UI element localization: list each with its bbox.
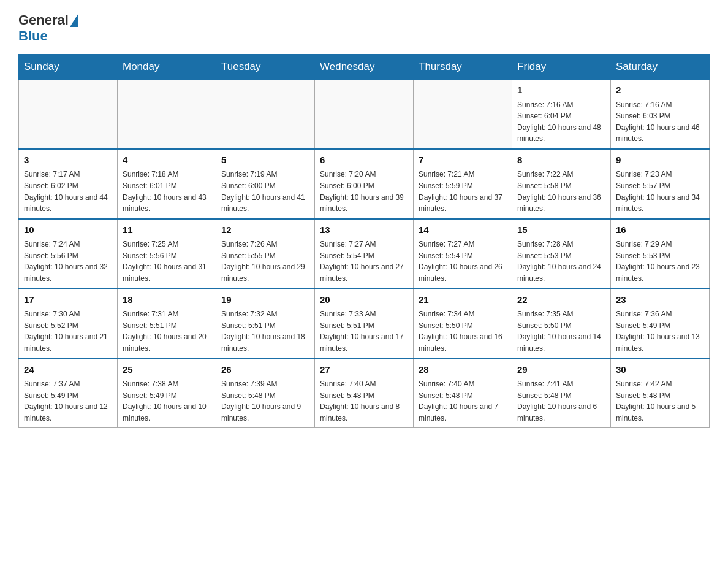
day-header-wednesday: Wednesday: [315, 55, 414, 80]
logo-general-text: General: [18, 12, 69, 28]
day-info: Sunrise: 7:33 AMSunset: 5:51 PMDaylight:…: [320, 308, 408, 354]
calendar-day-21: 21Sunrise: 7:34 AMSunset: 5:50 PMDayligh…: [414, 289, 512, 359]
calendar-day-5: 5Sunrise: 7:19 AMSunset: 6:00 PMDaylight…: [216, 149, 315, 219]
calendar-day-17: 17Sunrise: 7:30 AMSunset: 5:52 PMDayligh…: [19, 289, 118, 359]
logo: General Blue: [18, 12, 80, 44]
calendar-day-26: 26Sunrise: 7:39 AMSunset: 5:48 PMDayligh…: [216, 359, 315, 428]
day-info: Sunrise: 7:22 AMSunset: 5:58 PMDaylight:…: [517, 169, 605, 214]
calendar-day-30: 30Sunrise: 7:42 AMSunset: 5:48 PMDayligh…: [611, 359, 710, 428]
calendar-day-1: 1Sunrise: 7:16 AMSunset: 6:04 PMDaylight…: [512, 80, 611, 149]
day-info: Sunrise: 7:41 AMSunset: 5:48 PMDaylight:…: [517, 378, 605, 424]
day-info: Sunrise: 7:34 AMSunset: 5:50 PMDaylight:…: [419, 308, 507, 354]
day-info: Sunrise: 7:38 AMSunset: 5:49 PMDaylight:…: [123, 378, 211, 424]
day-info: Sunrise: 7:20 AMSunset: 6:00 PMDaylight:…: [320, 169, 408, 214]
day-info: Sunrise: 7:30 AMSunset: 5:52 PMDaylight:…: [24, 308, 112, 354]
empty-day-cell: [414, 80, 512, 149]
calendar-day-19: 19Sunrise: 7:32 AMSunset: 5:51 PMDayligh…: [216, 289, 315, 359]
day-info: Sunrise: 7:18 AMSunset: 6:01 PMDaylight:…: [123, 169, 211, 214]
empty-day-cell: [216, 80, 315, 149]
day-info: Sunrise: 7:32 AMSunset: 5:51 PMDaylight:…: [221, 308, 309, 354]
calendar-day-28: 28Sunrise: 7:40 AMSunset: 5:48 PMDayligh…: [414, 359, 512, 428]
day-info: Sunrise: 7:27 AMSunset: 5:54 PMDaylight:…: [320, 239, 408, 284]
day-info: Sunrise: 7:29 AMSunset: 5:53 PMDaylight:…: [616, 239, 704, 284]
empty-day-cell: [19, 80, 118, 149]
day-number: 19: [221, 293, 309, 307]
day-info: Sunrise: 7:27 AMSunset: 5:54 PMDaylight:…: [419, 239, 507, 284]
day-number: 21: [419, 293, 507, 307]
day-number: 9: [616, 153, 704, 167]
day-info: Sunrise: 7:40 AMSunset: 5:48 PMDaylight:…: [320, 378, 408, 424]
day-info: Sunrise: 7:26 AMSunset: 5:55 PMDaylight:…: [221, 239, 309, 284]
calendar-day-29: 29Sunrise: 7:41 AMSunset: 5:48 PMDayligh…: [512, 359, 611, 428]
day-number: 26: [221, 363, 309, 377]
page-header: General Blue: [18, 12, 710, 44]
day-info: Sunrise: 7:17 AMSunset: 6:02 PMDaylight:…: [24, 169, 112, 214]
calendar-day-10: 10Sunrise: 7:24 AMSunset: 5:56 PMDayligh…: [19, 219, 118, 289]
day-header-monday: Monday: [118, 55, 216, 80]
calendar-day-27: 27Sunrise: 7:40 AMSunset: 5:48 PMDayligh…: [315, 359, 414, 428]
day-number: 24: [24, 363, 112, 377]
day-number: 23: [616, 293, 704, 307]
calendar-day-2: 2Sunrise: 7:16 AMSunset: 6:03 PMDaylight…: [611, 80, 710, 149]
calendar-day-20: 20Sunrise: 7:33 AMSunset: 5:51 PMDayligh…: [315, 289, 414, 359]
day-number: 13: [320, 223, 408, 237]
empty-day-cell: [315, 80, 414, 149]
calendar-day-22: 22Sunrise: 7:35 AMSunset: 5:50 PMDayligh…: [512, 289, 611, 359]
day-number: 12: [221, 223, 309, 237]
day-number: 11: [123, 223, 211, 237]
calendar-week-row: 1Sunrise: 7:16 AMSunset: 6:04 PMDaylight…: [19, 80, 710, 149]
calendar-week-row: 10Sunrise: 7:24 AMSunset: 5:56 PMDayligh…: [19, 219, 710, 289]
calendar-day-8: 8Sunrise: 7:22 AMSunset: 5:58 PMDaylight…: [512, 149, 611, 219]
day-number: 17: [24, 293, 112, 307]
day-number: 22: [517, 293, 605, 307]
calendar-day-13: 13Sunrise: 7:27 AMSunset: 5:54 PMDayligh…: [315, 219, 414, 289]
day-number: 7: [419, 153, 507, 167]
calendar-table: SundayMondayTuesdayWednesdayThursdayFrid…: [18, 54, 710, 428]
day-info: Sunrise: 7:35 AMSunset: 5:50 PMDaylight:…: [517, 308, 605, 354]
day-header-thursday: Thursday: [414, 55, 512, 80]
day-info: Sunrise: 7:42 AMSunset: 5:48 PMDaylight:…: [616, 378, 704, 424]
logo-blue-text: Blue: [18, 28, 48, 44]
day-number: 2: [616, 83, 704, 98]
day-number: 8: [517, 153, 605, 167]
day-number: 10: [24, 223, 112, 237]
day-number: 20: [320, 293, 408, 307]
calendar-day-11: 11Sunrise: 7:25 AMSunset: 5:56 PMDayligh…: [118, 219, 216, 289]
calendar-day-6: 6Sunrise: 7:20 AMSunset: 6:00 PMDaylight…: [315, 149, 414, 219]
day-headers-row: SundayMondayTuesdayWednesdayThursdayFrid…: [19, 55, 710, 80]
day-info: Sunrise: 7:28 AMSunset: 5:53 PMDaylight:…: [517, 239, 605, 284]
day-number: 27: [320, 363, 408, 377]
day-info: Sunrise: 7:21 AMSunset: 5:59 PMDaylight:…: [419, 169, 507, 214]
calendar-day-16: 16Sunrise: 7:29 AMSunset: 5:53 PMDayligh…: [611, 219, 710, 289]
calendar-day-12: 12Sunrise: 7:26 AMSunset: 5:55 PMDayligh…: [216, 219, 315, 289]
day-info: Sunrise: 7:36 AMSunset: 5:49 PMDaylight:…: [616, 308, 704, 354]
calendar-day-9: 9Sunrise: 7:23 AMSunset: 5:57 PMDaylight…: [611, 149, 710, 219]
calendar-week-row: 17Sunrise: 7:30 AMSunset: 5:52 PMDayligh…: [19, 289, 710, 359]
day-info: Sunrise: 7:37 AMSunset: 5:49 PMDaylight:…: [24, 378, 112, 424]
day-number: 6: [320, 153, 408, 167]
day-number: 25: [123, 363, 211, 377]
day-info: Sunrise: 7:25 AMSunset: 5:56 PMDaylight:…: [123, 239, 211, 284]
day-number: 16: [616, 223, 704, 237]
calendar-day-14: 14Sunrise: 7:27 AMSunset: 5:54 PMDayligh…: [414, 219, 512, 289]
calendar-week-row: 3Sunrise: 7:17 AMSunset: 6:02 PMDaylight…: [19, 149, 710, 219]
day-info: Sunrise: 7:19 AMSunset: 6:00 PMDaylight:…: [221, 169, 309, 214]
calendar-day-18: 18Sunrise: 7:31 AMSunset: 5:51 PMDayligh…: [118, 289, 216, 359]
day-info: Sunrise: 7:40 AMSunset: 5:48 PMDaylight:…: [419, 378, 507, 424]
logo-triangle-icon: [70, 13, 78, 27]
calendar-day-25: 25Sunrise: 7:38 AMSunset: 5:49 PMDayligh…: [118, 359, 216, 428]
day-info: Sunrise: 7:39 AMSunset: 5:48 PMDaylight:…: [221, 378, 309, 424]
calendar-day-24: 24Sunrise: 7:37 AMSunset: 5:49 PMDayligh…: [19, 359, 118, 428]
day-info: Sunrise: 7:23 AMSunset: 5:57 PMDaylight:…: [616, 169, 704, 214]
empty-day-cell: [118, 80, 216, 149]
day-number: 5: [221, 153, 309, 167]
calendar-day-7: 7Sunrise: 7:21 AMSunset: 5:59 PMDaylight…: [414, 149, 512, 219]
calendar-day-23: 23Sunrise: 7:36 AMSunset: 5:49 PMDayligh…: [611, 289, 710, 359]
day-header-saturday: Saturday: [611, 55, 710, 80]
day-number: 1: [517, 83, 605, 98]
calendar-week-row: 24Sunrise: 7:37 AMSunset: 5:49 PMDayligh…: [19, 359, 710, 428]
day-header-friday: Friday: [512, 55, 611, 80]
day-number: 18: [123, 293, 211, 307]
calendar-day-15: 15Sunrise: 7:28 AMSunset: 5:53 PMDayligh…: [512, 219, 611, 289]
calendar-day-3: 3Sunrise: 7:17 AMSunset: 6:02 PMDaylight…: [19, 149, 118, 219]
